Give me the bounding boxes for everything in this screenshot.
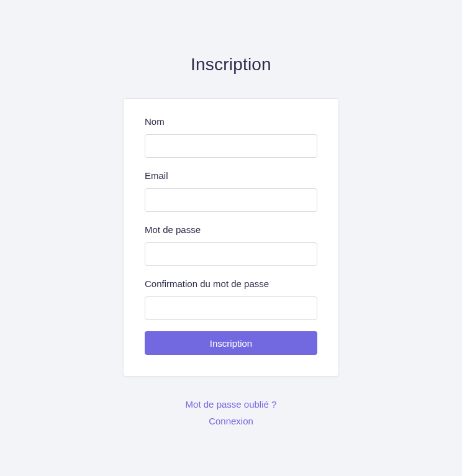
password-label: Mot de passe (145, 224, 317, 235)
login-link[interactable]: Connexion (209, 414, 253, 429)
name-input[interactable] (145, 134, 317, 158)
forgot-password-link[interactable]: Mot de passe oublié ? (186, 398, 277, 412)
password-confirmation-label: Confirmation du mot de passe (145, 278, 317, 289)
registration-form-card: Nom Email Mot de passe Confirmation du m… (123, 98, 339, 377)
page-title: Inscription (191, 55, 271, 75)
password-input[interactable] (145, 242, 317, 266)
email-input[interactable] (145, 188, 317, 212)
password-confirmation-input[interactable] (145, 296, 317, 320)
email-label: Email (145, 170, 317, 181)
name-field-group: Nom (145, 116, 317, 158)
submit-button[interactable]: Inscription (145, 331, 317, 355)
auth-links: Mot de passe oublié ? Connexion (186, 398, 277, 428)
name-label: Nom (145, 116, 317, 127)
password-confirmation-field-group: Confirmation du mot de passe (145, 278, 317, 320)
email-field-group: Email (145, 170, 317, 212)
password-field-group: Mot de passe (145, 224, 317, 266)
